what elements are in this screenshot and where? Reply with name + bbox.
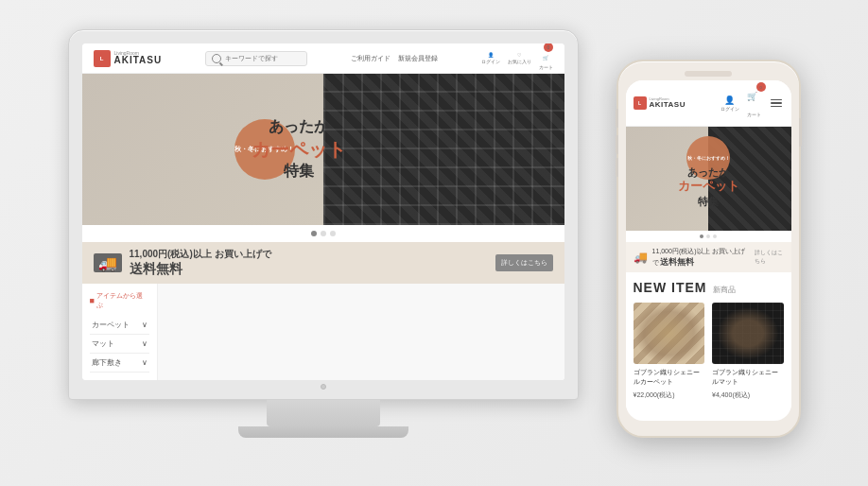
- desktop-shipping-banner: 11,000円(税込)以上 お買い上げで 送料無料 詳しくはこちら: [82, 242, 564, 284]
- mobile-shipping-link[interactable]: 詳しくはこちら: [755, 249, 783, 266]
- cart-icon-group[interactable]: 🛒 0 カート: [539, 46, 553, 70]
- mobile-logo-name: AKITASU: [650, 101, 686, 109]
- product-image-2: [712, 303, 784, 364]
- heart-icon: ♡: [517, 52, 521, 58]
- desktop-hero-banner: 秋・冬におすすめ！ あったか カーペット 特集: [82, 74, 564, 225]
- wishlist-icon-group[interactable]: ♡ お気に入り: [508, 52, 531, 64]
- monitor-stand: [267, 400, 380, 426]
- desktop-header: L LivingRoom AKITASU ご利用ガイド 新規会員登録: [82, 43, 564, 74]
- cart-badge: 0: [544, 43, 553, 52]
- truck-icon: [94, 253, 122, 272]
- new-item-header: NEW ITEM 新商品: [634, 280, 784, 295]
- phone-power-button: [799, 118, 802, 147]
- mobile-carousel-dots: [626, 231, 791, 242]
- mobile-header-actions: 👤 ログイン 🛒 0 カート: [720, 86, 784, 120]
- mobile-login-button[interactable]: 👤 ログイン: [720, 95, 739, 112]
- nav-register[interactable]: 新規会員登録: [398, 54, 438, 63]
- phone-body: L LivingRoom AKITASU 👤 ログイン: [616, 60, 801, 438]
- sidebar-item-mat[interactable]: マット ∨: [90, 335, 149, 354]
- chevron-down-icon: ∨: [142, 358, 148, 367]
- shipping-detail-button[interactable]: 詳しくはこちら: [495, 254, 553, 270]
- chevron-down-icon: ∨: [142, 339, 148, 348]
- mobile-logo-icon: L: [634, 96, 647, 110]
- desktop-carousel-dots: [82, 225, 564, 242]
- mobile-hero-line2: 特集: [698, 196, 719, 207]
- mobile-menu-button[interactable]: [769, 97, 784, 110]
- product-price-1: ¥22,000(税込): [634, 391, 705, 400]
- mobile-shipping-label: 送料無料: [660, 257, 694, 267]
- cart-label: カート: [539, 64, 553, 70]
- carousel-dot-3[interactable]: [330, 231, 336, 236]
- monitor-camera: [321, 384, 326, 390]
- carousel-dot-1[interactable]: [311, 231, 317, 236]
- mobile-dot-1[interactable]: [700, 234, 703, 238]
- wishlist-label: お気に入り: [508, 59, 531, 64]
- mobile-header: L LivingRoom AKITASU 👤 ログイン: [626, 80, 791, 127]
- desktop-logo[interactable]: L LivingRoom AKITASU: [94, 50, 163, 67]
- new-item-title: NEW ITEM: [634, 280, 707, 295]
- hero-title-highlight: カーペット: [252, 139, 346, 160]
- mobile-hero-banner: 秋・冬におすすめ！ あったか カーペット 特集: [626, 127, 791, 231]
- mobile-cart-badge: 0: [756, 82, 766, 92]
- chevron-down-icon: ∨: [142, 321, 148, 329]
- sidebar-heading: ■ アイテムから選ぶ: [90, 291, 149, 310]
- product-card-2[interactable]: ゴブラン織りシェニールマット ¥4,400(税込): [712, 303, 784, 400]
- phone-silent-button: [616, 158, 618, 177]
- mobile-hero-highlight: カーペット: [678, 179, 739, 193]
- desktop-nav: ご利用ガイド 新規会員登録: [351, 54, 438, 63]
- phone-screen: L LivingRoom AKITASU 👤 ログイン: [626, 80, 791, 421]
- monitor-screen: L LivingRoom AKITASU ご利用ガイド 新規会員登録: [82, 43, 564, 380]
- sidebar-item-carpet[interactable]: カーペット ∨: [90, 316, 149, 335]
- mobile-hero-text: あったか カーペット 特集: [678, 165, 739, 208]
- product-price-2: ¥4,400(税込): [712, 391, 784, 400]
- mobile-cart-button[interactable]: 🛒 0 カート: [747, 86, 761, 120]
- desktop-search-bar[interactable]: [205, 51, 307, 66]
- mobile-dot-3[interactable]: [713, 234, 717, 238]
- desktop-sidebar: ■ アイテムから選ぶ カーペット ∨ マット ∨ 廊下敷き: [82, 284, 158, 380]
- phone-volume-up-button: [616, 109, 618, 128]
- shipping-text: 11,000円(税込)以上 お買い上げで 送料無料: [130, 248, 271, 277]
- mobile-person-icon: 👤: [724, 95, 735, 105]
- login-label: ログイン: [481, 59, 500, 64]
- mobile-device: L LivingRoom AKITASU 👤 ログイン: [616, 60, 801, 438]
- desktop-device: L LivingRoom AKITASU ご利用ガイド 新規会員登録: [68, 29, 579, 438]
- mobile-shipping-banner: 🚚 11,000円(税込)以上 お買い上げで 送料無料 詳しくはこちら: [626, 242, 791, 272]
- hero-title-line1: あったか: [269, 118, 329, 134]
- product-image-1: [634, 303, 705, 364]
- hero-title-line2: 特集: [284, 163, 314, 179]
- check-icon: ■: [90, 296, 95, 305]
- desktop-content-area: ■ アイテムから選ぶ カーペット ∨ マット ∨ 廊下敷き: [82, 284, 564, 380]
- search-icon: [212, 54, 221, 63]
- product-name-1: ゴブラン織りシェニールカーペット: [634, 368, 705, 387]
- monitor-body: L LivingRoom AKITASU ご利用ガイド 新規会員登録: [68, 29, 579, 400]
- shipping-label: 送料無料: [130, 261, 182, 276]
- mobile-hero-line1: あったか: [687, 166, 729, 178]
- mobile-new-item-section: NEW ITEM 新商品 ゴブラン織りシェニールカーペット ¥22,000(税込…: [626, 272, 791, 408]
- mobile-cart-icon: 🛒: [747, 92, 757, 101]
- carousel-dot-2[interactable]: [321, 231, 326, 236]
- scene: L LivingRoom AKITASU ご利用ガイド 新規会員登録: [68, 29, 801, 457]
- cart-icon: 🛒: [543, 55, 548, 61]
- login-icon-group[interactable]: 👤 ログイン: [481, 52, 500, 64]
- mobile-logo[interactable]: L LivingRoom AKITASU: [634, 96, 686, 110]
- phone-notch: [685, 71, 732, 77]
- logo-icon: L: [94, 50, 111, 67]
- person-icon: 👤: [488, 52, 494, 58]
- mobile-truck-icon: 🚚: [634, 251, 648, 264]
- mobile-login-label: ログイン: [720, 106, 739, 112]
- desktop-main-content: [158, 284, 564, 380]
- sidebar-item-hallway[interactable]: 廊下敷き ∨: [90, 354, 149, 373]
- mobile-dot-2[interactable]: [706, 234, 710, 238]
- desktop-icon-bar: 👤 ログイン ♡ お気に入り 🛒 0 カート: [481, 46, 553, 70]
- new-item-subtitle: 新商品: [713, 285, 736, 295]
- phone-volume-down-button: [616, 135, 618, 154]
- logo-name: AKITASU: [114, 56, 163, 65]
- product-card-1[interactable]: ゴブラン織りシェニールカーペット ¥22,000(税込): [634, 303, 705, 400]
- mobile-shipping-text: 11,000円(税込)以上 お買い上げで 送料無料: [652, 247, 751, 268]
- new-item-product-grid: ゴブラン織りシェニールカーペット ¥22,000(税込) ゴブラン織りシェニール…: [634, 303, 784, 400]
- search-input[interactable]: [225, 55, 301, 61]
- monitor-base: [238, 426, 408, 438]
- nav-guide[interactable]: ご利用ガイド: [351, 54, 391, 63]
- mobile-cart-label: カート: [747, 112, 761, 117]
- product-name-2: ゴブラン織りシェニールマット: [712, 368, 784, 387]
